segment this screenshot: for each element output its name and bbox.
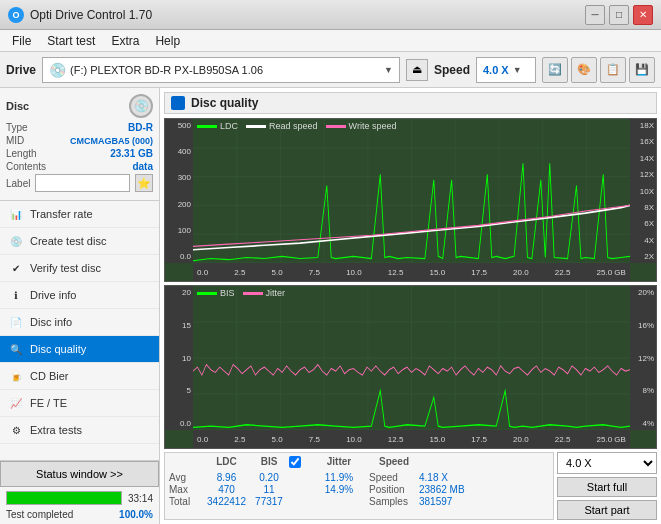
y2-right-8: 8% xyxy=(632,386,654,395)
drive-selector[interactable]: 💿 (F:) PLEXTOR BD-R PX-LB950SA 1.06 ▼ xyxy=(42,57,400,83)
position-label: Position xyxy=(369,484,419,495)
drive-bar: Drive 💿 (F:) PLEXTOR BD-R PX-LB950SA 1.0… xyxy=(0,52,661,88)
chart1-y-left: 500 400 300 200 100 0.0 xyxy=(165,119,193,263)
title-bar: O Opti Drive Control 1.70 ─ □ ✕ xyxy=(0,0,661,30)
max-empty xyxy=(289,484,309,495)
cd-bier-icon: 🍺 xyxy=(8,368,24,384)
speed-label-stat: Speed xyxy=(369,472,419,483)
menu-file[interactable]: File xyxy=(4,32,39,50)
progress-bar-container xyxy=(6,491,122,505)
samples-value: 381597 xyxy=(419,496,479,507)
stats-bottom-area: LDC BIS Jitter Speed Avg 8.96 0.20 11.9% xyxy=(164,452,657,520)
x2-12.5: 12.5 xyxy=(388,435,404,444)
stats-table: LDC BIS Jitter Speed Avg 8.96 0.20 11.9% xyxy=(164,452,554,520)
create-test-disc-icon: 💿 xyxy=(8,233,24,249)
x-7.5: 7.5 xyxy=(309,268,320,277)
sidebar-item-label: FE / TE xyxy=(30,397,67,409)
status-window-button[interactable]: Status window >> xyxy=(0,461,159,487)
panel-header-icon xyxy=(171,96,185,110)
refresh-button[interactable]: 🔄 xyxy=(542,57,568,83)
legend-read-speed-label: Read speed xyxy=(269,121,318,131)
y2-label-15: 15 xyxy=(167,321,191,330)
disc-panel-header: Disc 💿 xyxy=(6,94,153,118)
sidebar-item-label: Extra tests xyxy=(30,424,82,436)
legend-jitter: Jitter xyxy=(243,288,286,298)
settings-button[interactable]: 🎨 xyxy=(571,57,597,83)
max-bis: 11 xyxy=(249,484,289,495)
sidebar-item-transfer-rate[interactable]: 📊 Transfer rate xyxy=(0,201,159,228)
menu-help[interactable]: Help xyxy=(147,32,188,50)
menu-start-test[interactable]: Start test xyxy=(39,32,103,50)
info-button[interactable]: 📋 xyxy=(600,57,626,83)
menu-bar: File Start test Extra Help xyxy=(0,30,661,52)
minimize-button[interactable]: ─ xyxy=(585,5,605,25)
speed-label: Speed xyxy=(434,63,470,77)
y-right-10x: 10X xyxy=(632,187,654,196)
jitter-checkbox[interactable] xyxy=(289,456,301,468)
y2-label-10: 10 xyxy=(167,354,191,363)
chart2-legend: BIS Jitter xyxy=(197,288,285,298)
x2-20: 20.0 xyxy=(513,435,529,444)
drive-eject-button[interactable]: ⏏ xyxy=(406,59,428,81)
x-0: 0.0 xyxy=(197,268,208,277)
sidebar-item-label: Drive info xyxy=(30,289,76,301)
disc-label-input[interactable] xyxy=(35,174,130,192)
chart2-y-left: 20 15 10 5 0.0 xyxy=(165,286,193,430)
menu-extra[interactable]: Extra xyxy=(103,32,147,50)
chart2: BIS Jitter 20 15 10 5 0.0 20 xyxy=(164,285,657,449)
sidebar-item-cd-bier[interactable]: 🍺 CD Bier xyxy=(0,363,159,390)
chart1: LDC Read speed Write speed 500 400 300 xyxy=(164,118,657,282)
position-value: 23862 MB xyxy=(419,484,479,495)
read-speed-color xyxy=(246,125,266,128)
y-label-300: 300 xyxy=(167,173,191,182)
y2-label-5: 5 xyxy=(167,386,191,395)
x2-22.5: 22.5 xyxy=(555,435,571,444)
fe-te-icon: 📈 xyxy=(8,395,24,411)
stats-max-row: Max 470 11 14.9% Position 23862 MB xyxy=(169,484,549,495)
sidebar-item-drive-info[interactable]: ℹ Drive info xyxy=(0,282,159,309)
sidebar-item-verify-test-disc[interactable]: ✔ Verify test disc xyxy=(0,255,159,282)
speed-dropdown-arrow: ▼ xyxy=(513,65,522,75)
start-part-button[interactable]: Start part xyxy=(557,500,657,520)
sidebar-item-disc-info[interactable]: 📄 Disc info xyxy=(0,309,159,336)
x-12.5: 12.5 xyxy=(388,268,404,277)
sh-speed: Speed xyxy=(369,456,419,470)
progress-text: 100.0% xyxy=(119,509,153,520)
start-full-button[interactable]: Start full xyxy=(557,477,657,497)
sh-empty2 xyxy=(419,456,479,470)
legend-ldc: LDC xyxy=(197,121,238,131)
legend-ldc-label: LDC xyxy=(220,121,238,131)
x2-10: 10.0 xyxy=(346,435,362,444)
disc-length-row: Length 23.31 GB xyxy=(6,148,153,159)
app-title: Opti Drive Control 1.70 xyxy=(30,8,152,22)
chart2-area xyxy=(193,286,630,430)
disc-icon: 💿 xyxy=(129,94,153,118)
legend-jitter-label: Jitter xyxy=(266,288,286,298)
sidebar-item-extra-tests[interactable]: ⚙ Extra tests xyxy=(0,417,159,444)
bis-color xyxy=(197,292,217,295)
sidebar-item-fe-te[interactable]: 📈 FE / TE xyxy=(0,390,159,417)
x-10: 10.0 xyxy=(346,268,362,277)
speed-selector[interactable]: 4.0 X ▼ xyxy=(476,57,536,83)
speed-dropdown[interactable]: 4.0 X 2.0 X 1.0 X xyxy=(557,452,657,474)
x2-2.5: 2.5 xyxy=(234,435,245,444)
save-button[interactable]: 💾 xyxy=(629,57,655,83)
sidebar-item-label: Disc info xyxy=(30,316,72,328)
total-label: Total xyxy=(169,496,204,507)
title-bar-left: O Opti Drive Control 1.70 xyxy=(8,7,152,23)
sidebar-item-disc-quality[interactable]: 🔍 Disc quality xyxy=(0,336,159,363)
close-button[interactable]: ✕ xyxy=(633,5,653,25)
sidebar-item-create-test-disc[interactable]: 💿 Create test disc xyxy=(0,228,159,255)
disc-type-label: Type xyxy=(6,122,28,133)
sidebar-item-label: Disc quality xyxy=(30,343,86,355)
x-22.5: 22.5 xyxy=(555,268,571,277)
x2-5: 5.0 xyxy=(272,435,283,444)
x-20: 20.0 xyxy=(513,268,529,277)
y2-right-4: 4% xyxy=(632,419,654,428)
maximize-button[interactable]: □ xyxy=(609,5,629,25)
disc-symbol: 💿 xyxy=(134,99,149,113)
y-right-6x: 6X xyxy=(632,219,654,228)
x-25: 25.0 GB xyxy=(597,268,626,277)
y-label-100: 100 xyxy=(167,226,191,235)
disc-label-button[interactable]: ⭐ xyxy=(135,174,153,192)
